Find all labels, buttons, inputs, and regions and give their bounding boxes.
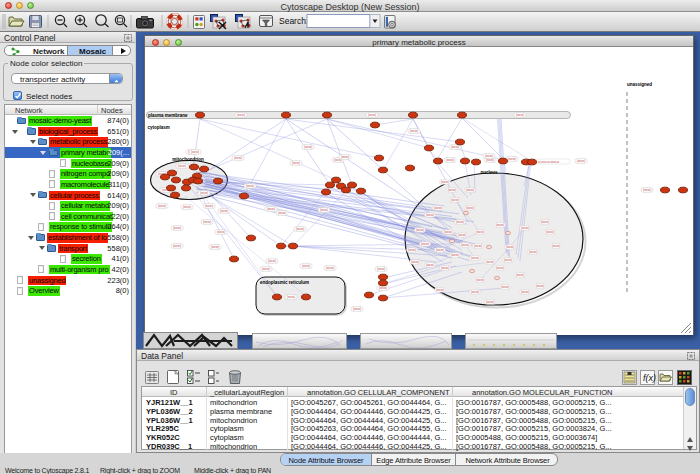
svg-text:(xxxxx): (xxxxx)	[416, 228, 424, 232]
svg-text:(xxxxx): (xxxxx)	[368, 113, 376, 117]
svg-text:(xxxxx): (xxxxx)	[268, 259, 276, 263]
svg-text:(xxxxx): (xxxxx)	[246, 184, 254, 188]
svg-text:(xxxxx): (xxxxx)	[173, 244, 181, 248]
svg-text:(xxxxx): (xxxxx)	[529, 250, 537, 254]
svg-text:(xxxxx): (xxxxx)	[456, 220, 464, 224]
svg-text:(xxxxx): (xxxxx)	[446, 158, 454, 162]
svg-text:(xxxxx): (xxxxx)	[302, 264, 310, 268]
svg-text:(xxxxx): (xxxxx)	[476, 230, 484, 234]
svg-text:(xxxxx): (xxxxx)	[410, 129, 418, 133]
svg-text:(xxxxx): (xxxxx)	[200, 191, 208, 195]
svg-text:(xxxxx): (xxxxx)	[546, 230, 554, 234]
svg-text:(xxxxx): (xxxxx)	[211, 245, 219, 249]
svg-text:(xxxxx): (xxxxx)	[486, 300, 494, 304]
svg-text:(xxxxx): (xxxxx)	[441, 266, 449, 270]
svg-text:(xxxxx): (xxxxx)	[205, 204, 213, 208]
svg-text:nucleus: nucleus	[480, 170, 498, 175]
svg-text:(xxxxx): (xxxxx)	[217, 230, 225, 234]
svg-text:(xxxxx): (xxxxx)	[471, 256, 479, 260]
svg-text:mitochondrion: mitochondrion	[172, 157, 204, 162]
svg-text:(xxxxx): (xxxxx)	[496, 223, 504, 227]
svg-text:Search:: Search:	[279, 16, 308, 26]
svg-text:endoplasmic reticulum: endoplasmic reticulum	[260, 280, 309, 285]
svg-text:(xxxxx): (xxxxx)	[508, 157, 516, 161]
svg-text:(xxxxx): (xxxxx)	[506, 245, 514, 249]
svg-text:(xxxxx): (xxxxx)	[262, 267, 270, 271]
svg-text:(xxxxx): (xxxxx)	[426, 213, 434, 217]
svg-text:(xxxxx): (xxxxx)	[377, 267, 385, 271]
svg-text:(xxxxx): (xxxxx)	[504, 258, 512, 262]
svg-text:(xxxxx): (xxxxx)	[292, 161, 300, 165]
svg-text:(xxxxx): (xxxxx)	[278, 211, 286, 215]
svg-text:(xxxxx): (xxxxx)	[320, 208, 328, 212]
svg-text:(xxxxx): (xxxxx)	[234, 156, 242, 160]
svg-text:(xxxxx): (xxxxx)	[466, 206, 474, 210]
svg-text:(xxxxx): (xxxxx)	[436, 288, 444, 292]
svg-text:(xxxxx): (xxxxx)	[426, 263, 434, 267]
svg-text:(xxxxx): (xxxxx)	[516, 273, 524, 277]
svg-text:(xxxxx): (xxxxx)	[501, 285, 509, 289]
svg-text:(xxxxx): (xxxxx)	[441, 180, 449, 184]
svg-text:(xxxxx): (xxxxx)	[173, 226, 181, 230]
svg-text:(xxxxx): (xxxxx)	[486, 260, 494, 264]
svg-text:(xxxxx): (xxxxx)	[485, 154, 493, 158]
svg-text:(xxxxx): (xxxxx)	[444, 230, 452, 234]
svg-text:(xxxxx): (xxxxx)	[451, 198, 459, 202]
svg-text:(xxxxx): (xxxxx)	[643, 188, 651, 192]
svg-text:(xxxxx): (xxxxx)	[421, 242, 429, 246]
svg-text:(xxxxx): (xxxxx)	[220, 209, 228, 213]
svg-text:(xxxxx): (xxxxx)	[521, 226, 529, 230]
svg-text:(xxxxx): (xxxxx)	[436, 248, 444, 252]
svg-text:(xxxxx): (xxxxx)	[466, 188, 474, 192]
svg-text:(xxxxx): (xxxxx)	[379, 286, 387, 290]
svg-text:(xxxxx): (xxxxx)	[451, 145, 459, 149]
svg-text:(xxxxx): (xxxxx)	[458, 233, 466, 237]
svg-text:(xxxxx): (xxxxx)	[521, 290, 529, 294]
svg-text:(xxxxx): (xxxxx)	[448, 188, 456, 192]
svg-text:plasma membrane: plasma membrane	[148, 113, 188, 118]
svg-text:(xxxxx): (xxxxx)	[474, 244, 482, 248]
svg-text:(xxxxx): (xxxxx)	[341, 155, 349, 159]
svg-text:(xxxxx): (xxxxx)	[353, 307, 361, 311]
svg-text:(xxxxx): (xxxxx)	[191, 150, 199, 154]
svg-text:(xxxxx): (xxxxx)	[296, 227, 304, 231]
svg-text:xx.xxxx.xx.xxxx.xx: xx.xxxx.xx.xxxx.xx	[538, 161, 560, 164]
svg-text:(xxxxx): (xxxxx)	[183, 205, 191, 209]
svg-text:f(x): f(x)	[643, 373, 656, 383]
svg-text:(xxxxx): (xxxxx)	[408, 248, 416, 252]
svg-text:(xxxxx): (xxxxx)	[476, 278, 484, 282]
svg-text:(xxxxx): (xxxxx)	[461, 243, 469, 247]
svg-text:(xxxxx): (xxxxx)	[237, 113, 245, 117]
svg-text:(xxxxx): (xxxxx)	[178, 164, 186, 168]
svg-text:(xxxxx): (xxxxx)	[471, 290, 479, 294]
svg-text:(xxxxx): (xxxxx)	[451, 253, 459, 257]
svg-text:(xxxxx): (xxxxx)	[326, 266, 334, 270]
svg-text:(xxxxx): (xxxxx)	[541, 220, 549, 224]
svg-text:(xxxxx): (xxxxx)	[536, 284, 544, 288]
svg-text:(xxxxx): (xxxxx)	[203, 220, 211, 224]
svg-text:unassigned: unassigned	[627, 82, 652, 87]
svg-text:(xxxxx): (xxxxx)	[287, 295, 295, 299]
svg-text:(xxxxx): (xxxxx)	[434, 206, 442, 210]
svg-text:(xxxxx): (xxxxx)	[516, 113, 524, 117]
svg-text:(xxxxx): (xxxxx)	[158, 204, 166, 208]
svg-text:(xxxxx): (xxxxx)	[304, 145, 312, 149]
svg-text:(xxxxx): (xxxxx)	[267, 207, 275, 211]
svg-text:(xxxxx): (xxxxx)	[411, 260, 419, 264]
svg-text:(xxxxx): (xxxxx)	[577, 159, 585, 163]
svg-text:(xxxxx): (xxxxx)	[496, 266, 504, 270]
svg-text:cytoplasm: cytoplasm	[148, 125, 170, 130]
svg-text:(xxxxx): (xxxxx)	[552, 244, 560, 248]
